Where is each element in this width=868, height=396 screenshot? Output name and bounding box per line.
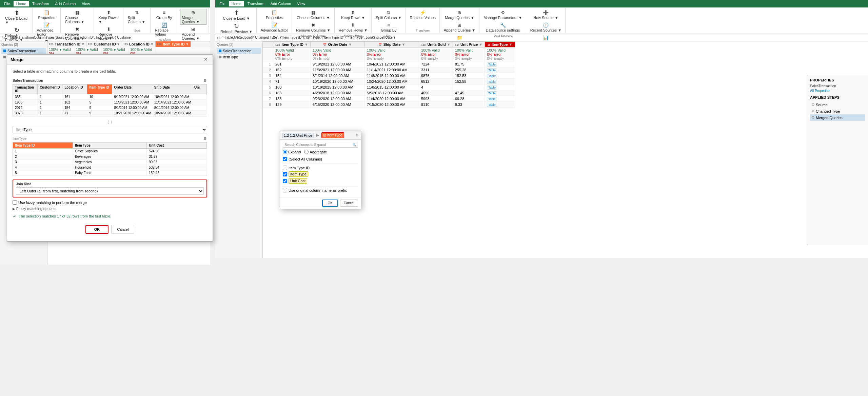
table2-dropdown[interactable]: ItemType <box>13 126 207 133</box>
replace-values-button[interactable]: 🔄 Replace Values <box>153 21 175 37</box>
merge-col1-itemtypeid[interactable]: Item Type ID <box>87 84 112 94</box>
merge-table2-grid: Item Type ID Item Type Unit Cost 1 Offic… <box>13 142 207 176</box>
merge-col2-itemtype[interactable]: Item Type <box>73 143 147 148</box>
right-col-itemtype[interactable]: ⊞ ItemType ▼ <box>485 42 515 48</box>
choose-columns-button[interactable]: ▦ Choose Columns ▼ <box>63 9 92 25</box>
right-properties-button[interactable]: 📋 Properties <box>264 9 284 21</box>
left-tab-add-column[interactable]: Add Column <box>53 1 79 6</box>
right-query-sales[interactable]: SalesTransaction <box>217 48 261 54</box>
left-tab-view[interactable]: View <box>79 1 93 6</box>
merge-col1-shipdate[interactable]: Ship Date <box>152 84 192 94</box>
right-query-itemtype[interactable]: ItemType <box>217 54 261 60</box>
all-properties-link[interactable]: All Properties <box>810 89 865 93</box>
right-tab-transform[interactable]: Transform <box>245 1 267 6</box>
right-tab-file[interactable]: File <box>217 1 228 6</box>
item-type-checkbox[interactable] <box>283 172 287 176</box>
right-col-rownum <box>263 42 273 48</box>
merge-status-row: ✓ The selection matches 17 of 32 rows fr… <box>13 213 207 219</box>
refresh-preview-button[interactable]: ↻ Refresh Preview ▼ <box>3 26 30 43</box>
right-tab-add-column[interactable]: Add Column <box>268 1 294 6</box>
right-choose-cols-button[interactable]: ▦ Choose Columns ▼ <box>295 9 332 21</box>
group-by-button[interactable]: ≡ Group By <box>155 9 174 21</box>
right-remove-rows-button[interactable]: ⬇ Remove Rows ▼ <box>337 21 369 33</box>
step-source[interactable]: ⚙ Source <box>810 101 865 108</box>
aggregate-radio[interactable] <box>304 150 309 154</box>
right-col-itemtypeid[interactable]: 123 Item Type ID ▼ <box>273 42 311 48</box>
left-col-item-type-id[interactable]: 123 Item Type ID ▼ <box>156 41 191 47</box>
right-sort-group: ⇅ Split Column ▼ ≡ Group By Sort <box>372 8 406 33</box>
aggregate-radio-option[interactable]: Aggregate <box>304 150 327 154</box>
table-row: 8 129 6/15/2020 12:00:00 AM 7/15/2020 12… <box>263 102 515 108</box>
merge-dialog-close[interactable]: ✕ <box>202 57 209 62</box>
fuzzy-section[interactable]: ▶ Fuzzy matching options <box>13 207 207 211</box>
fuzzy-checkbox[interactable] <box>13 200 17 205</box>
left-col-transaction-id[interactable]: 123 Transaction ID ▼ <box>47 41 86 47</box>
join-kind-dropdown[interactable]: Left Outer (all from first, matching fro… <box>16 187 204 195</box>
split-column-button[interactable]: ⇅ Split Column ▼ <box>126 9 148 25</box>
search-columns-input[interactable] <box>284 143 352 147</box>
expand-cancel-button[interactable]: Cancel <box>340 200 358 207</box>
expand-ok-button[interactable]: OK <box>322 200 338 207</box>
right-tab-home[interactable]: Home <box>229 1 244 6</box>
right-tab-view[interactable]: View <box>294 1 308 6</box>
right-advanced-editor-button[interactable]: 📝 Advanced Editor <box>259 21 290 33</box>
right-keep-rows-icon: ⬆ <box>351 10 355 15</box>
item-type-id-checkbox[interactable] <box>283 166 287 170</box>
right-merge-queries-button[interactable]: ⊕ Merge Queries ▼ <box>443 9 476 21</box>
right-recent-sources-button[interactable]: 🕐 Recent Sources ▼ <box>529 21 563 33</box>
keep-rows-button[interactable]: ⬆ Keep Rows ▼ <box>97 9 121 25</box>
right-close-load-button[interactable]: ⬆ Close & Load ▼ <box>221 9 252 21</box>
right-datasource-settings-button[interactable]: 🔧 Data source settings <box>484 21 521 33</box>
step-changed-type[interactable]: ⚙ Changed Type <box>810 108 865 114</box>
refresh-icon: ↻ <box>14 27 19 33</box>
left-ribbon-tabs: File Home Transform Add Column View <box>0 0 210 7</box>
merge-col1-location[interactable]: Location ID <box>62 84 87 94</box>
right-manage-params-button[interactable]: ⚙ Manage Parameters ▼ <box>482 9 524 21</box>
merge-col2-itemtypeid[interactable]: Item Type ID <box>13 143 73 148</box>
merge-col1-customer[interactable]: Customer ID <box>38 84 62 94</box>
left-tab-transform[interactable]: Transform <box>29 1 52 6</box>
right-col-orderdate[interactable]: 📅 Order Date ▼ <box>310 42 364 48</box>
expand-radio[interactable] <box>283 150 287 154</box>
merge-cancel-button[interactable]: Cancel <box>111 225 134 234</box>
check-select-all: (Select All Columns) <box>283 156 358 162</box>
step-merged-queries[interactable]: ⚙ Merged Queries <box>810 114 865 121</box>
merge-col2-unitcost[interactable]: Unit Cost <box>147 143 207 148</box>
select-all-checkbox[interactable] <box>283 157 287 161</box>
right-refresh-button[interactable]: ↻ Refresh Preview ▼ <box>219 22 254 35</box>
left-col-location-id[interactable]: 123 Location ID ▼ <box>122 41 156 47</box>
left-tab-home[interactable]: Home <box>14 1 29 6</box>
right-group-by-button[interactable]: ≡ Group By <box>379 21 398 33</box>
expand-radio-option[interactable]: Expand <box>283 150 301 154</box>
right-col-unitssold[interactable]: 123 Units Sold ▼ <box>419 42 453 48</box>
properties-button[interactable]: 📋 Properties <box>37 9 57 21</box>
left-col-customer-id[interactable]: 123 Customer ID ▼ <box>86 41 122 47</box>
expand-dialog-body: 🔍 Expand Aggregate (Select All Columns) … <box>280 140 361 197</box>
merge-ok-button[interactable]: OK <box>85 225 109 234</box>
right-keep-rows-button[interactable]: ⬆ Keep Rows ▼ <box>339 9 367 21</box>
right-remove-cols-button[interactable]: ✖ Remove Columns ▼ <box>294 21 332 33</box>
merge-queries-button[interactable]: ⊕ Merge Queries ▼ <box>180 9 206 25</box>
right-new-source-button[interactable]: ➕ New Source ▼ <box>532 9 560 21</box>
close-load-button[interactable]: ⬆ Close & Load ▼ <box>3 9 30 25</box>
right-split-col-button[interactable]: ⇅ Split Column ▼ <box>374 9 403 21</box>
right-transform-button[interactable]: ⚡ Replace Values <box>408 9 437 21</box>
prefix-checkbox[interactable] <box>283 188 287 192</box>
merge-col1-uni[interactable]: Uni <box>192 84 207 94</box>
right-col-header-row: 123 Item Type ID ▼ 📅 Order Date ▼ 📅 <box>263 42 515 48</box>
unit-cost-checkbox[interactable] <box>283 179 287 183</box>
right-col-unitprice[interactable]: 1.2 Unit Price ▼ <box>453 42 485 48</box>
right-close-load-icon: ⬆ <box>234 10 239 16</box>
left-query-sales[interactable]: SalesTransaction <box>1 48 46 54</box>
merge-col1-orderdate[interactable]: Order Date <box>112 84 152 94</box>
table-row: 3 Vegetables 90.93 <box>13 159 207 165</box>
table-row: 7 135 9/23/2020 12:00:00 AM 11/4/2020 12… <box>263 96 515 102</box>
right-col-shipdate[interactable]: 📅 Ship Date ▼ <box>364 42 419 48</box>
unit-cost-label: Unit Cost <box>289 178 307 184</box>
merge-dialog-footer: OK Cancel <box>13 222 207 237</box>
expand-columns-dialog: 1.2 1.2 Unit Price ▶ ⊞ ItemType ⇅ 🔍 Expa… <box>280 131 361 209</box>
left-tab-file[interactable]: File <box>1 1 13 6</box>
merge-col1-transaction[interactable]: Transaction ID <box>13 84 38 94</box>
advanced-editor-button[interactable]: 📝 Advanced Editor <box>35 21 58 37</box>
right-append-queries-button[interactable]: ⊞ Append Queries ▼ <box>442 21 477 33</box>
